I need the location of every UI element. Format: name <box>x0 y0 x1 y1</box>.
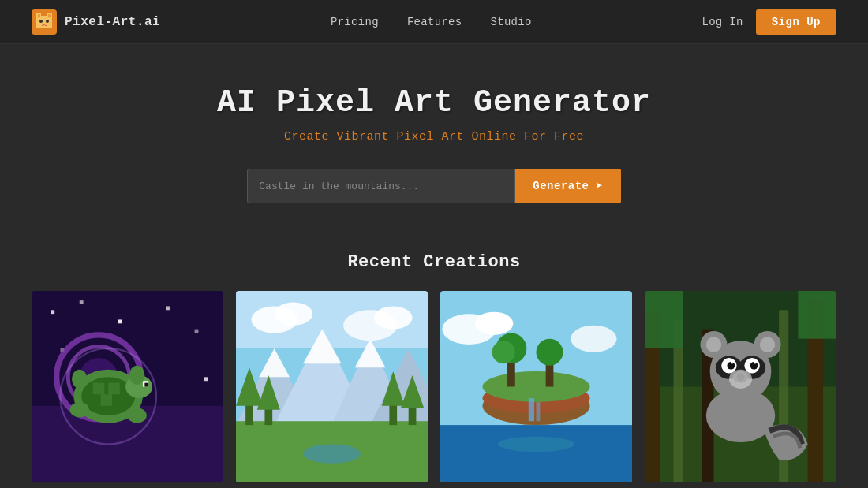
generate-label: Generate <box>533 180 589 192</box>
svg-point-32 <box>128 408 147 423</box>
section-title: Recent Creations <box>32 252 836 272</box>
signup-button[interactable]: Sign Up <box>756 9 836 35</box>
svg-point-66 <box>482 371 589 402</box>
hero-subtitle: Create Vibrant Pixel Art Online For Free <box>16 130 852 143</box>
svg-rect-7 <box>46 20 49 23</box>
login-button[interactable]: Log In <box>702 16 743 28</box>
svg-rect-16 <box>166 306 170 310</box>
gallery-item[interactable]: Island in the sky <box>440 291 632 488</box>
svg-rect-27 <box>100 394 112 406</box>
svg-rect-6 <box>39 20 43 23</box>
nav-features[interactable]: Features <box>407 16 462 28</box>
svg-rect-26 <box>108 383 120 395</box>
svg-rect-14 <box>80 300 84 304</box>
svg-point-34 <box>129 366 144 385</box>
gallery-item[interactable]: Bright valley leading to mou... <box>236 291 428 488</box>
svg-point-69 <box>492 341 515 363</box>
svg-rect-82 <box>645 291 683 348</box>
svg-point-33 <box>72 370 87 389</box>
gallery-image <box>236 291 428 482</box>
gallery-item[interactable]: Raccoon in the Forest <box>645 291 836 488</box>
svg-rect-10 <box>45 25 47 26</box>
generate-button[interactable]: Generate ➤ <box>515 169 620 203</box>
svg-rect-8 <box>43 24 45 25</box>
nav-studio[interactable]: Studio <box>491 16 532 28</box>
hero-title: AI Pixel Art Generator <box>16 85 852 121</box>
nav-pricing[interactable]: Pricing <box>331 16 379 28</box>
svg-point-74 <box>498 437 574 452</box>
svg-rect-93 <box>754 362 756 363</box>
search-input[interactable] <box>247 169 515 203</box>
svg-rect-15 <box>118 319 122 323</box>
svg-rect-83 <box>798 291 836 339</box>
search-container: Generate ➤ <box>237 169 631 203</box>
navbar-links: Pricing Features Studio <box>331 16 532 28</box>
svg-point-39 <box>275 303 313 326</box>
svg-rect-17 <box>195 330 199 333</box>
svg-rect-25 <box>93 383 105 395</box>
svg-rect-9 <box>42 25 43 26</box>
gallery-image <box>440 291 632 482</box>
svg-point-71 <box>537 339 563 366</box>
gallery-image <box>645 291 836 482</box>
arrow-icon: ➤ <box>596 178 604 194</box>
navbar-actions: Log In Sign Up <box>702 9 836 35</box>
svg-point-96 <box>729 370 752 389</box>
gallery-grid: A cosmic turtle <box>32 291 836 488</box>
svg-rect-19 <box>204 377 208 381</box>
svg-rect-92 <box>731 362 732 363</box>
logo-text: Pixel-Art.ai <box>65 15 160 29</box>
navbar: Pixel-Art.ai Pricing Features Studio Log… <box>0 0 868 44</box>
svg-point-41 <box>374 306 413 329</box>
svg-point-98 <box>706 337 721 352</box>
logo[interactable]: Pixel-Art.ai <box>32 9 160 35</box>
svg-rect-5 <box>48 14 51 17</box>
svg-point-90 <box>727 362 735 370</box>
svg-rect-4 <box>38 14 40 17</box>
svg-rect-73 <box>537 402 541 421</box>
svg-rect-13 <box>51 310 54 314</box>
svg-rect-72 <box>529 398 534 421</box>
svg-point-100 <box>760 337 775 352</box>
gallery-image <box>32 291 223 482</box>
logo-icon <box>32 9 57 35</box>
svg-point-63 <box>571 326 616 352</box>
recent-creations-section: Recent Creations <box>0 227 868 488</box>
svg-rect-60 <box>440 425 632 482</box>
gallery-item[interactable]: A cosmic turtle <box>32 291 223 488</box>
svg-point-31 <box>70 402 89 417</box>
svg-rect-30 <box>144 383 148 387</box>
svg-point-58 <box>303 444 361 463</box>
svg-point-62 <box>475 312 514 335</box>
hero-section: AI Pixel Art Generator Create Vibrant Pi… <box>0 44 868 227</box>
